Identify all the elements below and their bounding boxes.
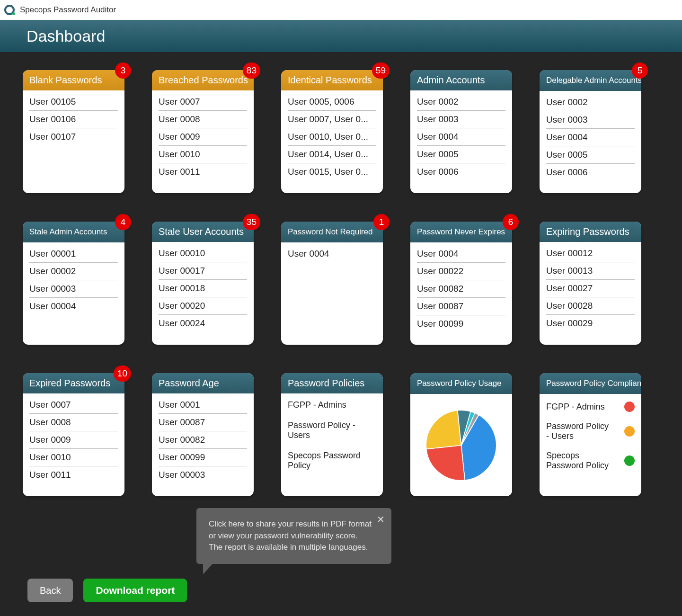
list-item[interactable]: User 00106	[29, 111, 118, 128]
list-item[interactable]: User 00002	[29, 263, 118, 280]
list-item[interactable]: User 00010	[159, 245, 247, 262]
list-item[interactable]: User 0004	[546, 129, 635, 146]
policy-item[interactable]: FGPP - Admins	[288, 396, 376, 417]
list-item[interactable]: User 00020	[159, 297, 247, 315]
list-item[interactable]: User 0008	[29, 414, 118, 431]
dashboard-card[interactable]: 59Identical PasswordsUser 0005, 0006User…	[281, 70, 383, 193]
password-policy-usage-card[interactable]: Password Policy Usage	[410, 373, 512, 496]
policy-item[interactable]: Specops Password Policy	[288, 447, 376, 477]
list-item[interactable]: User 0015, User 0...	[288, 163, 376, 180]
card-body: User 0007User 0008User 0009User 0010User…	[152, 90, 254, 193]
tooltip-line: or view your password vulnerability scor…	[209, 530, 379, 542]
list-item[interactable]: User 0009	[29, 431, 118, 449]
list-item[interactable]: User 00022	[417, 263, 505, 280]
list-item[interactable]: User 00099	[417, 315, 505, 332]
list-item[interactable]: User 0002	[417, 93, 505, 111]
list-item[interactable]: User 0005	[417, 146, 505, 163]
list-item[interactable]: User 0010	[29, 449, 118, 466]
list-item[interactable]: User 00012	[546, 245, 635, 262]
tooltip-close-icon[interactable]: ✕	[377, 513, 385, 527]
card-title: Password Age	[152, 373, 254, 393]
compliance-item[interactable]: FGPP - Admins	[546, 397, 635, 417]
dashboard-card[interactable]: Password AgeUser 0001User 00087User 0008…	[152, 373, 254, 496]
count-badge: 6	[503, 214, 519, 230]
dashboard-card[interactable]: Expiring PasswordsUser 00012User 00013Us…	[540, 222, 641, 345]
card-title: Stale Admin Accounts	[23, 222, 124, 242]
password-policy-compliance-card[interactable]: Password Policy ComplianceFGPP - AdminsP…	[540, 373, 641, 496]
list-item[interactable]: User 0004	[417, 128, 505, 146]
list-item[interactable]: User 0004	[288, 245, 376, 262]
list-item[interactable]: User 00029	[546, 315, 635, 332]
dashboard-card[interactable]: 3Blank PasswordsUser 00105User 00106User…	[23, 70, 124, 193]
dashboard-card[interactable]: 4Stale Admin AccountsUser 00001User 0000…	[23, 222, 124, 345]
list-item[interactable]: User 0006	[417, 163, 505, 180]
list-item[interactable]: User 0011	[159, 163, 247, 180]
footer-bar: Back Download report	[27, 579, 187, 602]
list-item[interactable]: User 0014, User 0...	[288, 146, 376, 163]
card-body: User 0001User 00087User 00082User 00099U…	[152, 393, 254, 496]
list-item[interactable]: User 00017	[159, 262, 247, 280]
dashboard-card[interactable]: Admin AccountsUser 0002User 0003User 000…	[410, 70, 512, 193]
card-body: User 0004User 00022User 00082User 00087U…	[410, 242, 512, 345]
title-bar: Specops Password Auditor	[0, 0, 682, 20]
list-item[interactable]: User 0005, 0006	[288, 93, 376, 111]
list-item[interactable]: User 0001	[159, 396, 247, 414]
list-item[interactable]: User 0007	[159, 93, 247, 111]
dashboard-card[interactable]: 35Stale User AccountsUser 00010User 0001…	[152, 222, 254, 345]
list-item[interactable]: User 00024	[159, 315, 247, 332]
list-item[interactable]: User 0006	[546, 164, 635, 181]
tooltip-line: Click here to share your results in PDF …	[209, 518, 379, 530]
list-item[interactable]: User 00082	[159, 431, 247, 449]
list-item[interactable]: User 00013	[546, 262, 635, 280]
list-item[interactable]: User 0008	[159, 111, 247, 128]
dashboard-card[interactable]: 10Expired PasswordsUser 0007User 0008Use…	[23, 373, 124, 496]
policy-item[interactable]: Password Policy - Users	[288, 417, 376, 447]
dashboard-card[interactable]: 5Delegable Admin AccountsUser 0002User 0…	[540, 70, 641, 193]
pie-chart	[410, 394, 512, 496]
card-title: Breached Passwords	[152, 70, 254, 90]
list-item[interactable]: User 00105	[29, 93, 118, 111]
list-item[interactable]: User 0011	[29, 466, 118, 483]
list-item[interactable]: User 00082	[417, 280, 505, 298]
card-body: User 00105User 00106User 00107	[23, 90, 124, 193]
list-item[interactable]: User 00004	[29, 298, 118, 315]
list-item[interactable]: User 0010	[159, 146, 247, 163]
download-report-button[interactable]: Download report	[83, 579, 187, 602]
count-badge: 1	[373, 214, 390, 230]
dashboard-card[interactable]: 1Password Not RequiredUser 0004	[281, 222, 383, 345]
card-title: Password Policy Compliance	[540, 373, 641, 394]
list-item[interactable]: User 0003	[546, 111, 635, 129]
dashboard-card[interactable]: 83Breached PasswordsUser 0007User 0008Us…	[152, 70, 254, 193]
list-item[interactable]: User 0010, User 0...	[288, 128, 376, 146]
dashboard-card[interactable]: 6Password Never ExpiresUser 0004User 000…	[410, 222, 512, 345]
count-badge: 4	[115, 214, 131, 230]
list-item[interactable]: User 00018	[159, 280, 247, 297]
list-item[interactable]: User 00107	[29, 128, 118, 145]
dashboard-content: 3Blank PasswordsUser 00105User 00106User…	[0, 52, 682, 506]
list-item[interactable]: User 00027	[546, 280, 635, 297]
card-body: User 00001User 00002User 00003User 00004	[23, 242, 124, 345]
list-item[interactable]: User 0007	[29, 396, 118, 414]
card-body: User 0002User 0003User 0004User 0005User…	[410, 90, 512, 193]
list-item[interactable]: User 0007, User 0...	[288, 111, 376, 128]
password-policies-card[interactable]: Password PoliciesFGPP - AdminsPassword P…	[281, 373, 383, 496]
list-item[interactable]: User 0004	[417, 245, 505, 263]
compliance-item[interactable]: Specops Password Policy	[546, 446, 635, 475]
card-title: Expiring Passwords	[540, 222, 641, 242]
card-grid: 3Blank PasswordsUser 00105User 00106User…	[23, 70, 659, 496]
list-item[interactable]: User 00003	[159, 466, 247, 483]
list-item[interactable]: User 0003	[417, 111, 505, 128]
list-item[interactable]: User 00001	[29, 245, 118, 263]
app-logo-icon	[4, 4, 16, 16]
card-title: Password Policy Usage	[410, 373, 512, 394]
list-item[interactable]: User 0009	[159, 128, 247, 146]
list-item[interactable]: User 00087	[159, 414, 247, 431]
list-item[interactable]: User 00003	[29, 280, 118, 298]
list-item[interactable]: User 00099	[159, 449, 247, 466]
back-button[interactable]: Back	[27, 579, 73, 602]
compliance-item[interactable]: Password Policy - Users	[546, 417, 635, 446]
list-item[interactable]: User 0005	[546, 146, 635, 164]
list-item[interactable]: User 0002	[546, 94, 635, 111]
list-item[interactable]: User 00028	[546, 297, 635, 315]
list-item[interactable]: User 00087	[417, 298, 505, 315]
